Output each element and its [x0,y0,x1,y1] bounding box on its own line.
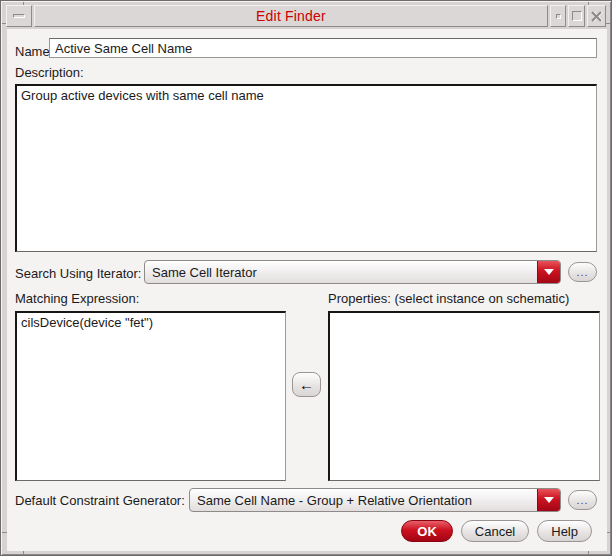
chevron-down-icon [544,269,554,275]
generator-dropdown-value: Same Cell Name - Group + Relative Orient… [190,489,537,511]
minimize-icon [556,14,561,19]
matching-expression-label: Matching Expression: [15,291,139,306]
help-button[interactable]: Help [537,520,592,542]
window-maximize-button[interactable] [568,5,585,27]
iterator-browse-button[interactable]: ... [568,262,597,282]
generator-label: Default Constraint Generator: [15,493,185,508]
matching-expression-textarea[interactable]: cilsDevice(device "fet") [15,311,286,481]
generator-dropdown-arrow-button[interactable] [537,489,560,511]
transfer-left-button[interactable]: ← [292,372,321,397]
dialog-content: Name: Description: Group active devices … [7,29,607,551]
name-input[interactable] [49,38,597,58]
window-titlebar[interactable]: Edit Finder [34,5,548,27]
edit-finder-window: Edit Finder Name: Description: Group act… [0,0,612,556]
description-label: Description: [15,65,84,80]
window-menu-dash-icon [13,14,25,18]
close-x-icon [590,10,603,23]
properties-label: Properties: (select instance on schemati… [328,291,569,306]
footer-buttons: OK Cancel Help [401,520,592,542]
maximize-icon [572,11,582,21]
window-menu-button[interactable] [6,5,32,27]
titlebar-row: Edit Finder [6,5,606,27]
cancel-button[interactable]: Cancel [461,520,529,542]
window-minimize-button[interactable] [550,5,566,27]
properties-textarea[interactable] [328,311,600,481]
iterator-label: Search Using Iterator: [15,266,141,281]
left-arrow-icon: ← [299,376,314,393]
window-close-button[interactable] [587,5,606,27]
generator-dropdown[interactable]: Same Cell Name - Group + Relative Orient… [189,488,561,512]
chevron-down-icon [544,497,554,503]
ok-button[interactable]: OK [401,520,453,542]
generator-browse-button[interactable]: ... [568,490,597,510]
iterator-dropdown[interactable]: Same Cell Iterator [144,260,561,284]
name-label: Name: [15,44,53,59]
description-textarea[interactable]: Group active devices with same cell name [15,84,597,252]
iterator-dropdown-value: Same Cell Iterator [145,261,537,283]
window-title: Edit Finder [256,8,326,24]
iterator-dropdown-arrow-button[interactable] [537,261,560,283]
